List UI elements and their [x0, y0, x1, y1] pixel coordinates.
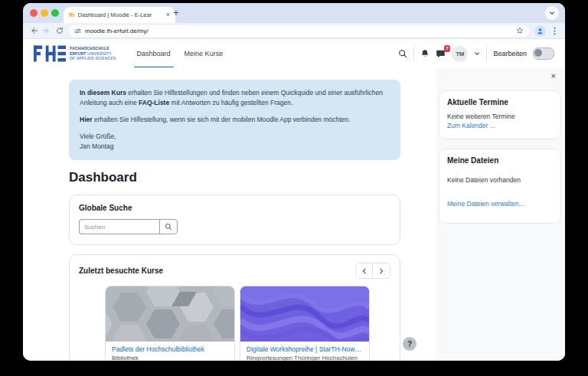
- browser-toolbar: moodle.fh-erfurt.de/my/: [23, 23, 565, 39]
- upcoming-events-block: Aktuelle Termine Keine weiteren Termine …: [439, 90, 561, 139]
- window-controls: [30, 9, 59, 17]
- moodle-header: FACHHOCHSCHULE ERFURT UNIVERSITY OF APPL…: [23, 39, 565, 69]
- site-settings-icon[interactable]: [74, 28, 81, 34]
- info-paragraph-1: In diesem Kurs erhalten Sie Hilfestellun…: [80, 88, 390, 108]
- browser-tab-active[interactable]: fh Dashboard | Moodle - E-Lear ×: [64, 7, 175, 23]
- user-menu-chevron-icon[interactable]: [474, 51, 480, 57]
- block-drawer: × Aktuelle Termine Keine weiteren Termin…: [436, 67, 565, 361]
- nav-dashboard[interactable]: Dashboard: [130, 39, 178, 68]
- carousel-prev-icon[interactable]: [356, 263, 373, 278]
- manage-files-link[interactable]: Meine Dateien verwalten...: [447, 200, 553, 208]
- forward-icon[interactable]: [43, 27, 51, 34]
- course-card-padlets[interactable]: Padlets der Hochschulbibliothek Biblioth…: [105, 286, 235, 361]
- course-carousel: Padlets der Hochschulbibliothek Biblioth…: [105, 286, 390, 361]
- tab-title: Dashboard | Moodle - E-Lear: [78, 11, 163, 18]
- edit-mode-toggle[interactable]: [533, 47, 554, 60]
- notifications-bell-icon[interactable]: [420, 49, 430, 58]
- global-search-form: [79, 219, 390, 234]
- header-actions: 7 TM Bearbeiten: [398, 46, 554, 62]
- messages-icon[interactable]: 7: [436, 49, 446, 58]
- help-button[interactable]: ?: [403, 337, 416, 351]
- block-text: Keine weiteren Termine: [447, 113, 553, 120]
- drawer-close-icon[interactable]: ×: [551, 72, 556, 80]
- info-signature: Viele Grüße,Jan Montag: [80, 132, 390, 152]
- fhe-logo[interactable]: FACHHOCHSCHULE ERFURT UNIVERSITY OF APPL…: [34, 44, 116, 63]
- carousel-pager: [355, 263, 390, 279]
- new-tab-button[interactable]: +: [173, 6, 179, 19]
- recent-courses-title: Zuletzt besuchte Kurse: [79, 266, 163, 275]
- user-avatar[interactable]: TM: [452, 46, 468, 62]
- course-image-waves: [240, 286, 369, 342]
- browser-menu-icon[interactable]: [551, 27, 558, 35]
- fhe-logo-text: FACHHOCHSCHULE ERFURT UNIVERSITY OF APPL…: [70, 46, 116, 61]
- course-card-workshopreihe[interactable]: Digitale Workshopreihe | StarTH-Now! (..…: [240, 286, 370, 361]
- divider: [413, 46, 414, 61]
- go-to-calendar-link[interactable]: Zum Kalender ...: [447, 122, 553, 129]
- close-window-button[interactable]: [30, 9, 38, 17]
- browser-window: fh Dashboard | Moodle - E-Lear × + moodl…: [23, 3, 565, 361]
- nav-meine-kurse[interactable]: Meine Kurse: [178, 39, 230, 68]
- page-title: Dashboard: [69, 170, 400, 185]
- block-text: Keine Dateien vorhanden: [447, 176, 553, 184]
- carousel-next-icon[interactable]: [373, 263, 390, 278]
- search-icon[interactable]: [398, 49, 407, 58]
- minimize-window-button[interactable]: [41, 9, 48, 17]
- address-bar[interactable]: moodle.fh-erfurt.de/my/: [69, 25, 529, 37]
- back-icon[interactable]: [30, 27, 38, 34]
- course-image-hexagons: [106, 286, 234, 342]
- course-name-link[interactable]: Padlets der Hochschulbibliothek: [112, 345, 228, 353]
- browser-profile-icon[interactable]: [534, 25, 546, 37]
- course-category: Ringvorlesungen Thüringer Hochschulen: [247, 355, 363, 361]
- recent-courses-card: Zuletzt besuchte Kurse: [69, 254, 400, 361]
- browser-tabstrip: fh Dashboard | Moodle - E-Lear × +: [23, 3, 565, 23]
- messages-count-badge: 7: [444, 45, 450, 52]
- page-content: × Aktuelle Termine Keine weiteren Termin…: [23, 67, 565, 361]
- search-input[interactable]: [79, 219, 159, 234]
- info-paragraph-2: Hier erhalten Sie Hilfestellung, wenn si…: [80, 115, 390, 125]
- tab-search-chevron-icon[interactable]: [545, 6, 559, 20]
- search-submit-button[interactable]: [159, 219, 178, 234]
- toggle-knob: [534, 49, 542, 57]
- moodle-favicon-icon: fh: [69, 11, 75, 18]
- magnifier-icon: [165, 223, 172, 231]
- global-search-card: Globale Suche: [69, 195, 400, 245]
- course-category: Bibliothek: [112, 355, 228, 361]
- url-text: moodle.fh-erfurt.de/my/: [85, 28, 512, 34]
- primary-navigation: Dashboard Meine Kurse: [130, 39, 230, 68]
- maximize-window-button[interactable]: [51, 9, 59, 17]
- private-files-block: Meine Dateien Keine Dateien vorhanden Me…: [439, 149, 561, 224]
- main-column: In diesem Kurs erhalten Sie Hilfestellun…: [69, 67, 400, 361]
- global-search-title: Globale Suche: [79, 204, 390, 212]
- bookmark-star-icon[interactable]: [516, 27, 524, 34]
- block-title: Meine Dateien: [447, 156, 553, 165]
- divider: [486, 46, 487, 61]
- fhe-logo-mark-icon: [34, 44, 66, 63]
- course-name-link[interactable]: Digitale Workshopreihe | StarTH-Now! (..…: [247, 345, 363, 353]
- reload-icon[interactable]: [56, 27, 64, 34]
- tab-close-icon[interactable]: ×: [166, 11, 170, 18]
- edit-mode-label: Bearbeiten: [493, 50, 527, 57]
- block-title: Aktuelle Termine: [447, 98, 553, 106]
- welcome-info-box: In diesem Kurs erhalten Sie Hilfestellun…: [69, 80, 400, 160]
